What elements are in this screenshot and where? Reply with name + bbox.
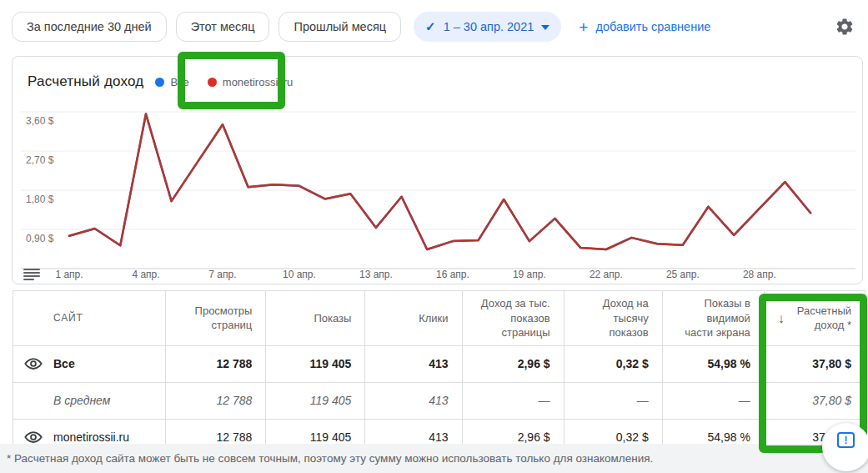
column-header-site[interactable]: САЙТ <box>13 291 166 346</box>
y-axis-tick-label: 1,80 $ <box>26 194 54 205</box>
metric-cell: 0,32 $ <box>564 345 662 382</box>
y-axis-tick-label: 3,60 $ <box>26 115 54 127</box>
column-header-page-rpm[interactable]: Доход за тыс. показов страницы <box>462 291 564 346</box>
x-axis-tick-label: 22 апр. <box>590 269 623 280</box>
x-axis-tick-label: 10 апр. <box>283 269 316 280</box>
x-axis-tick-label: 28 апр. <box>743 269 776 280</box>
metric-cell: — <box>564 382 662 419</box>
column-header-pageviews[interactable]: Просмотры страниц <box>166 291 266 346</box>
column-header-estimated-earnings[interactable]: ↓ Расчетный доход * <box>764 291 865 346</box>
date-range-label: 1 – 30 апр. 2021 <box>444 20 534 33</box>
visibility-eye-icon[interactable] <box>24 355 53 373</box>
filter-last-30-days-button[interactable]: За последние 30 дней <box>12 12 167 42</box>
column-header-impressions[interactable]: Показы <box>266 291 365 346</box>
site-name: В среднем <box>53 394 110 407</box>
sites-table: САЙТ Просмотры страниц Показы Клики Дохо… <box>13 290 865 456</box>
y-axis-tick-label: 0,90 $ <box>26 233 54 244</box>
table-row: Все12 788119 4054132,96 $0,32 $54,98 %37… <box>13 345 865 382</box>
chart-table-toggle-icon[interactable] <box>23 269 41 282</box>
metric-cell: 37,80 $ <box>764 382 865 419</box>
metric-cell: 413 <box>365 382 462 419</box>
table-header-row: САЙТ Просмотры страниц Показы Клики Дохо… <box>13 291 865 346</box>
date-range-chip[interactable]: ✓ 1 – 30 апр. 2021 <box>414 12 561 42</box>
site-name: Все <box>53 357 75 370</box>
column-header-impression-rpm[interactable]: Доход на тысячу показов <box>564 291 662 346</box>
metric-cell: 413 <box>365 345 462 382</box>
metric-cell: 12 788 <box>166 382 266 419</box>
x-axis-tick-label: 13 апр. <box>359 269 393 280</box>
footnote-text: * Расчетная доход сайта может быть не со… <box>7 452 653 465</box>
x-axis-tick-label: 7 апр. <box>208 269 236 280</box>
add-comparison-button[interactable]: + добавить сравнение <box>579 19 710 35</box>
add-comparison-label: добавить сравнение <box>595 20 710 33</box>
filter-last-month-button[interactable]: Прошлый месяц <box>278 12 401 42</box>
chart-x-axis: 1 апр.4 апр.7 апр.10 апр.13 апр.16 апр.1… <box>13 266 864 284</box>
metric-cell: 37,80 $ <box>764 345 865 382</box>
sites-table-card: САЙТ Просмотры страниц Показы Клики Дохо… <box>13 290 865 456</box>
estimated-revenue-chart-card: Расчетный доход Всеmonetirossii.ru 0,90 … <box>12 56 863 284</box>
metric-cell: 2,96 $ <box>462 345 564 382</box>
filter-this-month-button[interactable]: Этот месяц <box>176 12 270 42</box>
toolbar: За последние 30 дней Этот месяц Прошлый … <box>0 0 868 50</box>
chevron-down-icon <box>541 25 549 30</box>
column-header-clicks[interactable]: Клики <box>365 291 462 346</box>
x-axis-tick-label: 19 апр. <box>513 269 546 280</box>
metric-cell: — <box>662 382 764 419</box>
x-axis-tick-label: 1 апр. <box>55 269 83 280</box>
sort-descending-icon[interactable]: ↓ <box>778 309 785 328</box>
metric-cell: 54,98 % <box>662 345 764 382</box>
metric-cell: 119 405 <box>266 345 365 382</box>
x-axis-tick-label: 16 апр. <box>436 269 469 280</box>
check-icon: ✓ <box>425 19 436 34</box>
metric-cell: 12 788 <box>166 345 266 382</box>
feedback-icon: ! <box>837 432 855 448</box>
metric-cell: — <box>462 382 564 419</box>
plus-icon: + <box>579 19 588 35</box>
column-header-viewability[interactable]: Показы в видимой части экрана <box>662 291 764 346</box>
site-name: monetirossii.ru <box>53 430 129 444</box>
footer-strip: * Расчетная доход сайта может быть не со… <box>0 444 868 473</box>
revenue-chart-svg: 0,90 $1,80 $2,70 $3,60 $ <box>13 57 864 274</box>
site-cell: Все <box>13 345 166 382</box>
table-row: В среднем12 788119 405413———37,80 $ <box>13 382 865 419</box>
x-axis-tick-label: 4 апр. <box>132 269 159 280</box>
x-axis-tick-label: 25 апр. <box>666 269 700 280</box>
metric-cell: 119 405 <box>266 382 365 419</box>
adsense-report-page: За последние 30 дней Этот месяц Прошлый … <box>0 0 868 473</box>
y-axis-tick-label: 2,70 $ <box>26 154 54 166</box>
settings-gear-icon[interactable] <box>835 17 855 37</box>
feedback-button[interactable]: ! <box>822 423 868 471</box>
site-cell: В среднем <box>13 382 166 419</box>
